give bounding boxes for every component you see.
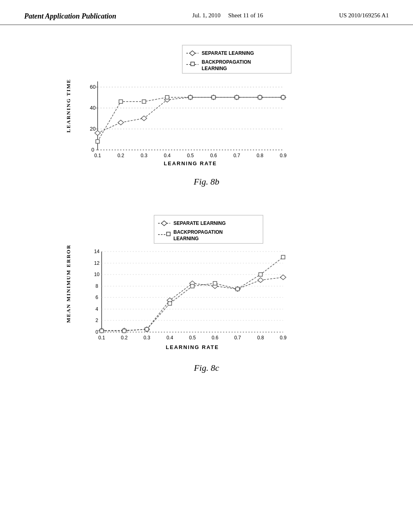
svg-text:6: 6: [96, 295, 98, 300]
svg-rect-47: [235, 96, 239, 99]
page-header: Patent Application Publication Jul. 1, 2…: [0, 0, 413, 25]
svg-rect-100: [213, 282, 217, 285]
y-axis-label-8b: LEARNING TIME: [65, 41, 72, 170]
svg-text:0.9: 0.9: [280, 153, 287, 158]
svg-text:0.8: 0.8: [257, 335, 264, 341]
svg-rect-5: [191, 62, 194, 66]
svg-text:8: 8: [96, 283, 98, 289]
svg-rect-99: [191, 285, 194, 288]
publication-title: Patent Application Publication: [24, 12, 116, 21]
svg-rect-44: [165, 96, 169, 99]
svg-text:0.4: 0.4: [164, 153, 171, 158]
figure-8b: LEARNING TIME SEPARATE LEARNING BACKPROP…: [24, 41, 389, 187]
svg-text:20: 20: [90, 126, 96, 132]
svg-text:BACKPROPAGATION: BACKPROPAGATION: [173, 229, 223, 235]
svg-rect-43: [142, 100, 146, 104]
svg-text:0.3: 0.3: [141, 153, 148, 158]
page-content: LEARNING TIME SEPARATE LEARNING BACKPROP…: [0, 25, 413, 389]
sheet-info: Sheet 11 of 16: [228, 12, 263, 19]
svg-text:0.7: 0.7: [234, 153, 240, 158]
svg-text:0.5: 0.5: [187, 153, 194, 158]
svg-text:0: 0: [96, 329, 98, 335]
svg-text:LEARNING: LEARNING: [202, 66, 227, 71]
svg-text:SEPARATE LEARNING: SEPARATE LEARNING: [173, 220, 226, 226]
fig8b-caption: Fig. 8b: [194, 177, 219, 187]
svg-text:12: 12: [94, 260, 100, 266]
publication-date: Jul. 1, 2010: [192, 12, 221, 19]
svg-marker-33: [118, 120, 124, 125]
svg-text:0.3: 0.3: [144, 335, 150, 341]
svg-rect-96: [123, 329, 126, 333]
svg-text:0.1: 0.1: [94, 153, 101, 158]
svg-rect-46: [212, 96, 215, 99]
svg-text:40: 40: [90, 105, 96, 111]
svg-text:2: 2: [96, 318, 98, 323]
svg-text:0: 0: [91, 147, 94, 153]
svg-rect-103: [282, 256, 285, 259]
page: Patent Application Publication Jul. 1, 2…: [0, 0, 413, 532]
svg-rect-49: [282, 96, 285, 99]
svg-text:0.6: 0.6: [210, 153, 217, 158]
publication-number: US 2010/169256 A1: [339, 12, 389, 19]
svg-rect-101: [236, 287, 240, 291]
svg-text:0.2: 0.2: [121, 335, 128, 341]
chart-8b-svg: SEPARATE LEARNING BACKPROPAGATION LEARNI…: [73, 41, 299, 170]
svg-text:0.2: 0.2: [117, 153, 124, 158]
svg-text:0.6: 0.6: [212, 335, 219, 341]
svg-rect-95: [100, 329, 104, 333]
svg-text:10: 10: [94, 272, 100, 277]
y-axis-label-8c: MEAN MINIMUM ERROR: [65, 211, 72, 356]
svg-rect-48: [258, 96, 262, 99]
svg-text:0.9: 0.9: [280, 335, 287, 341]
fig8c-caption: Fig. 8c: [194, 363, 219, 373]
svg-text:BACKPROPAGATION: BACKPROPAGATION: [202, 59, 251, 65]
publication-date-sheet: Jul. 1, 2010 Sheet 11 of 16: [192, 12, 263, 19]
svg-marker-94: [280, 275, 286, 280]
svg-rect-102: [259, 273, 263, 276]
svg-text:4: 4: [96, 306, 98, 312]
svg-text:SEPARATE LEARNING: SEPARATE LEARNING: [202, 50, 254, 56]
svg-rect-42: [119, 100, 123, 104]
svg-text:0.7: 0.7: [234, 335, 241, 341]
svg-text:LEARNING RATE: LEARNING RATE: [166, 344, 219, 350]
svg-rect-98: [168, 302, 172, 305]
svg-text:0.1: 0.1: [98, 335, 105, 341]
figure-8c: MEAN MINIMUM ERROR SEPARATE LEARNING BAC…: [24, 211, 389, 373]
svg-rect-41: [96, 140, 100, 143]
svg-marker-93: [258, 278, 263, 283]
svg-rect-45: [189, 96, 192, 99]
chart-8c-area: SEPARATE LEARNING BACKPROPAGATION LEARNI…: [73, 211, 348, 356]
chart-8b-wrapper: LEARNING TIME SEPARATE LEARNING BACKPROP…: [65, 41, 348, 170]
svg-text:0.8: 0.8: [257, 153, 263, 158]
svg-rect-97: [145, 328, 149, 331]
chart-8c-svg: SEPARATE LEARNING BACKPROPAGATION LEARNI…: [73, 211, 299, 356]
svg-text:LEARNING: LEARNING: [173, 236, 199, 241]
svg-text:LEARNING RATE: LEARNING RATE: [164, 160, 217, 166]
chart-8b-area: SEPARATE LEARNING BACKPROPAGATION LEARNI…: [73, 41, 348, 170]
svg-text:0.4: 0.4: [167, 335, 173, 341]
chart-8c-wrapper: MEAN MINIMUM ERROR SEPARATE LEARNING BAC…: [65, 211, 348, 356]
svg-text:60: 60: [90, 84, 96, 90]
svg-text:0.5: 0.5: [189, 335, 196, 341]
svg-text:14: 14: [94, 249, 100, 254]
svg-rect-55: [167, 232, 170, 236]
